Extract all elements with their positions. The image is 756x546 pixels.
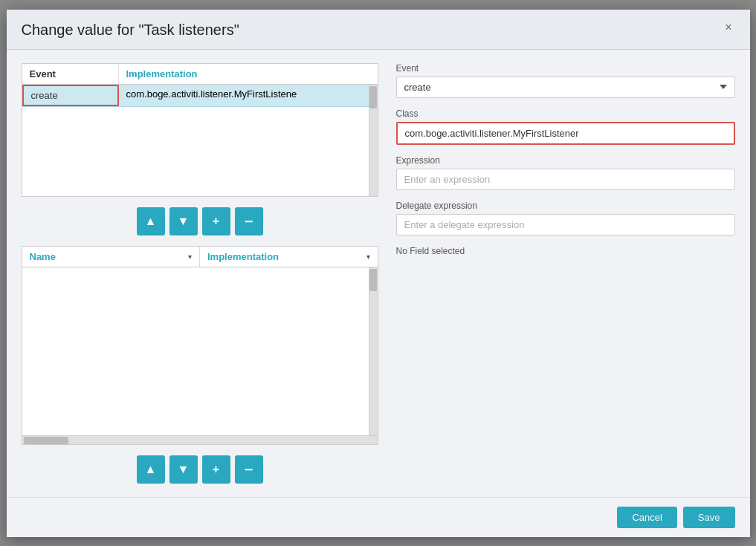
no-field-group: No Field selected [396, 246, 735, 256]
left-panel: Event Implementation create com.boge.act… [22, 63, 378, 484]
delegate-form-group: Delegate expression [396, 201, 735, 235]
event-form-group: Event create assignment complete delete [396, 63, 735, 98]
bottom-col-impl-label: Implementation [207, 251, 279, 262]
class-form-group: Class [396, 108, 735, 145]
class-input[interactable] [396, 122, 735, 145]
bottom-table-header: Name ▾ Implementation ▾ [22, 247, 378, 267]
cancel-button[interactable]: Cancel [617, 507, 676, 528]
dialog-footer: Cancel Save [7, 497, 750, 537]
bottom-table-col-impl: Implementation ▾ [200, 247, 378, 267]
table-row[interactable]: create com.boge.activiti.listener.MyFirs… [22, 85, 378, 107]
bottom-btn-group: ▲ ▼ + − [22, 455, 378, 484]
delegate-label: Delegate expression [396, 201, 735, 211]
top-table-header: Event Implementation [22, 64, 378, 85]
chevron-name-icon: ▾ [188, 253, 192, 261]
event-select[interactable]: create assignment complete delete [396, 77, 735, 98]
expression-input[interactable] [396, 169, 735, 190]
scroll-thumb-bottom [369, 269, 377, 291]
scrollbar-bottom[interactable] [22, 435, 378, 444]
bottom-table-body [22, 267, 378, 435]
dialog-title: Change value for "Task listeners" [22, 22, 239, 39]
remove-btn-top[interactable]: − [235, 207, 263, 235]
down-btn-top[interactable]: ▼ [169, 207, 198, 235]
bottom-col-name-label: Name [30, 251, 56, 262]
dialog: Change value for "Task listeners" × Even… [7, 10, 750, 537]
right-panel: Event create assignment complete delete … [396, 63, 735, 484]
remove-btn-bottom[interactable]: − [235, 455, 263, 484]
top-btn-group: ▲ ▼ + − [22, 207, 378, 235]
add-btn-bottom[interactable]: + [202, 455, 230, 484]
top-table-body: create com.boge.activiti.listener.MyFirs… [22, 85, 378, 196]
expression-form-group: Expression [396, 155, 735, 190]
up-btn-top[interactable]: ▲ [137, 207, 165, 235]
no-field-text: No Field selected [396, 246, 735, 256]
up-btn-bottom[interactable]: ▲ [137, 455, 165, 484]
class-label: Class [396, 108, 735, 119]
scrollbar-right-bottom[interactable] [369, 267, 378, 435]
bottom-table: Name ▾ Implementation ▾ [22, 246, 378, 445]
expression-label: Expression [396, 155, 735, 166]
table-cell-event: create [22, 85, 119, 106]
save-button[interactable]: Save [683, 507, 735, 528]
scrollbar-right-top[interactable] [369, 85, 378, 196]
dialog-header: Change value for "Task listeners" × [7, 10, 750, 50]
delegate-input[interactable] [396, 214, 735, 235]
chevron-impl-icon: ▾ [366, 253, 370, 261]
scroll-thumb-top [369, 86, 377, 108]
add-btn-top[interactable]: + [202, 207, 230, 235]
down-btn-bottom[interactable]: ▼ [169, 455, 198, 484]
table-cell-implementation: com.boge.activiti.listener.MyFirstListen… [119, 85, 378, 106]
top-table: Event Implementation create com.boge.act… [22, 63, 378, 197]
scroll-thumb-h [24, 437, 68, 444]
bottom-table-col-name: Name ▾ [22, 247, 201, 267]
dialog-body: Event Implementation create com.boge.act… [7, 50, 750, 497]
event-label: Event [396, 63, 735, 74]
top-table-col-implementation: Implementation [119, 64, 378, 84]
top-table-col-event: Event [22, 64, 119, 84]
close-button[interactable]: × [722, 22, 734, 33]
